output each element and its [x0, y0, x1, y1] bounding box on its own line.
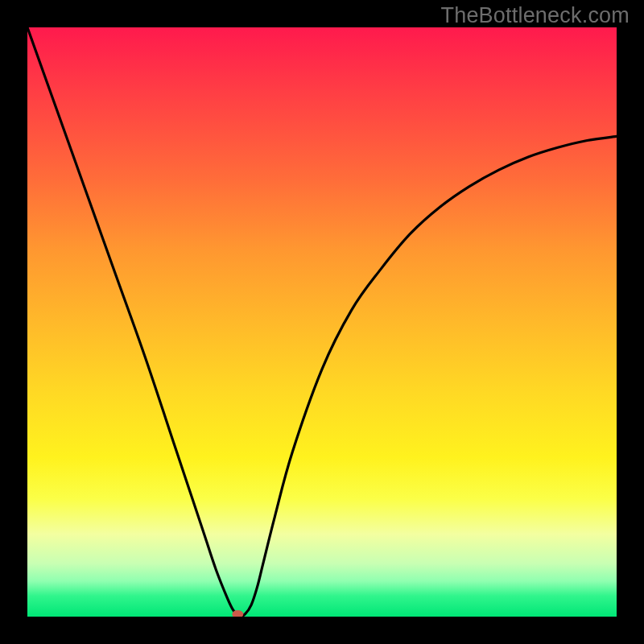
bottleneck-curve [27, 27, 617, 617]
curve-path [27, 27, 617, 617]
plot-area [27, 27, 617, 617]
chart-frame: TheBottleneck.com [0, 0, 644, 644]
watermark-text: TheBottleneck.com [440, 3, 630, 28]
curve-layer [27, 27, 617, 617]
